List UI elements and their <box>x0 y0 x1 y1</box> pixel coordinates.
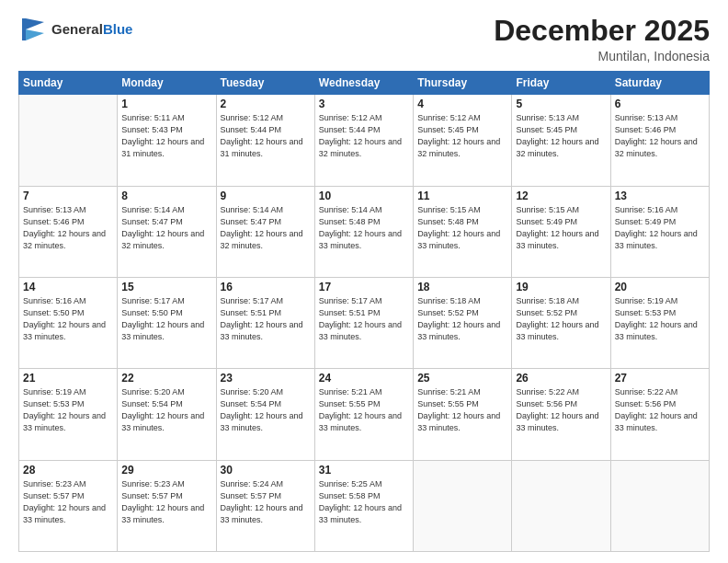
day-number: 12 <box>516 190 606 202</box>
day-number: 7 <box>23 190 113 202</box>
logo-text: GeneralBlue <box>51 21 132 38</box>
day-info: Sunrise: 5:17 AM Sunset: 5:50 PM Dayligh… <box>121 295 211 343</box>
logo: GeneralBlue <box>18 15 132 44</box>
day-info: Sunrise: 5:16 AM Sunset: 5:49 PM Dayligh… <box>615 204 705 252</box>
col-friday: Friday <box>512 72 610 95</box>
day-number: 10 <box>319 190 409 202</box>
calendar-cell: 16Sunrise: 5:17 AM Sunset: 5:51 PM Dayli… <box>216 277 314 368</box>
calendar-week-5: 28Sunrise: 5:23 AM Sunset: 5:57 PM Dayli… <box>19 460 710 551</box>
calendar-week-3: 14Sunrise: 5:16 AM Sunset: 5:50 PM Dayli… <box>19 277 710 368</box>
day-number: 17 <box>319 281 409 293</box>
calendar-cell: 1Sunrise: 5:11 AM Sunset: 5:43 PM Daylig… <box>118 95 216 186</box>
day-info: Sunrise: 5:18 AM Sunset: 5:52 PM Dayligh… <box>516 295 606 343</box>
calendar-cell: 29Sunrise: 5:23 AM Sunset: 5:57 PM Dayli… <box>118 460 216 551</box>
day-number: 24 <box>319 372 409 385</box>
calendar-cell: 27Sunrise: 5:22 AM Sunset: 5:56 PM Dayli… <box>610 369 709 460</box>
day-info: Sunrise: 5:12 AM Sunset: 5:44 PM Dayligh… <box>319 112 409 160</box>
calendar-cell <box>414 460 512 551</box>
calendar-cell: 17Sunrise: 5:17 AM Sunset: 5:51 PM Dayli… <box>314 277 413 368</box>
calendar-subtitle: Muntilan, Indonesia <box>494 49 710 63</box>
day-info: Sunrise: 5:21 AM Sunset: 5:55 PM Dayligh… <box>319 386 409 434</box>
calendar-cell: 11Sunrise: 5:15 AM Sunset: 5:48 PM Dayli… <box>414 186 512 277</box>
calendar-cell: 15Sunrise: 5:17 AM Sunset: 5:50 PM Dayli… <box>118 277 216 368</box>
day-number: 31 <box>319 464 409 477</box>
calendar-cell: 23Sunrise: 5:20 AM Sunset: 5:54 PM Dayli… <box>216 369 314 460</box>
calendar-cell <box>512 460 610 551</box>
calendar-cell: 30Sunrise: 5:24 AM Sunset: 5:57 PM Dayli… <box>216 460 314 551</box>
day-info: Sunrise: 5:24 AM Sunset: 5:57 PM Dayligh… <box>221 478 311 526</box>
day-number: 16 <box>221 281 311 293</box>
day-number: 3 <box>319 98 409 110</box>
calendar-cell: 28Sunrise: 5:23 AM Sunset: 5:57 PM Dayli… <box>19 460 118 551</box>
day-info: Sunrise: 5:12 AM Sunset: 5:44 PM Dayligh… <box>221 112 311 160</box>
svg-marker-2 <box>26 18 44 29</box>
calendar-cell: 5Sunrise: 5:13 AM Sunset: 5:45 PM Daylig… <box>512 95 610 186</box>
day-number: 30 <box>221 464 311 477</box>
col-wednesday: Wednesday <box>314 72 413 95</box>
calendar-cell: 6Sunrise: 5:13 AM Sunset: 5:46 PM Daylig… <box>610 95 709 186</box>
day-info: Sunrise: 5:12 AM Sunset: 5:45 PM Dayligh… <box>417 112 507 160</box>
day-info: Sunrise: 5:13 AM Sunset: 5:46 PM Dayligh… <box>615 112 705 160</box>
calendar-week-2: 7Sunrise: 5:13 AM Sunset: 5:46 PM Daylig… <box>19 186 710 277</box>
day-number: 28 <box>23 464 113 477</box>
day-info: Sunrise: 5:22 AM Sunset: 5:56 PM Dayligh… <box>615 386 705 434</box>
day-number: 27 <box>615 372 705 385</box>
day-info: Sunrise: 5:18 AM Sunset: 5:52 PM Dayligh… <box>417 295 507 343</box>
day-info: Sunrise: 5:20 AM Sunset: 5:54 PM Dayligh… <box>221 386 311 434</box>
day-number: 19 <box>516 281 606 293</box>
day-number: 23 <box>221 372 311 385</box>
day-info: Sunrise: 5:21 AM Sunset: 5:55 PM Dayligh… <box>417 386 507 434</box>
col-thursday: Thursday <box>414 72 512 95</box>
day-info: Sunrise: 5:22 AM Sunset: 5:56 PM Dayligh… <box>516 386 606 434</box>
day-number: 9 <box>221 190 311 202</box>
logo-icon <box>18 15 48 44</box>
calendar-cell: 8Sunrise: 5:14 AM Sunset: 5:47 PM Daylig… <box>118 186 216 277</box>
day-number: 21 <box>23 372 113 385</box>
day-number: 8 <box>121 190 211 202</box>
day-number: 29 <box>121 464 211 477</box>
calendar-cell <box>610 460 709 551</box>
day-info: Sunrise: 5:16 AM Sunset: 5:50 PM Dayligh… <box>23 295 113 343</box>
day-number: 6 <box>615 98 705 110</box>
title-block: December 2025 Muntilan, Indonesia <box>494 15 710 63</box>
calendar-cell: 2Sunrise: 5:12 AM Sunset: 5:44 PM Daylig… <box>216 95 314 186</box>
calendar-header-row: Sunday Monday Tuesday Wednesday Thursday… <box>19 72 710 95</box>
logo-blue: Blue <box>103 21 133 37</box>
col-sunday: Sunday <box>19 72 118 95</box>
day-number: 26 <box>516 372 606 385</box>
day-info: Sunrise: 5:25 AM Sunset: 5:58 PM Dayligh… <box>319 478 409 526</box>
day-number: 20 <box>615 281 705 293</box>
day-info: Sunrise: 5:13 AM Sunset: 5:45 PM Dayligh… <box>516 112 606 160</box>
day-number: 13 <box>615 190 705 202</box>
day-number: 5 <box>516 98 606 110</box>
col-tuesday: Tuesday <box>216 72 314 95</box>
calendar-table: Sunday Monday Tuesday Wednesday Thursday… <box>18 71 710 552</box>
day-number: 15 <box>121 281 211 293</box>
calendar-cell: 18Sunrise: 5:18 AM Sunset: 5:52 PM Dayli… <box>414 277 512 368</box>
day-info: Sunrise: 5:23 AM Sunset: 5:57 PM Dayligh… <box>23 478 113 526</box>
calendar-cell: 7Sunrise: 5:13 AM Sunset: 5:46 PM Daylig… <box>19 186 118 277</box>
calendar-cell: 20Sunrise: 5:19 AM Sunset: 5:53 PM Dayli… <box>610 277 709 368</box>
page: GeneralBlue December 2025 Muntilan, Indo… <box>0 0 728 563</box>
calendar-cell: 25Sunrise: 5:21 AM Sunset: 5:55 PM Dayli… <box>414 369 512 460</box>
day-info: Sunrise: 5:14 AM Sunset: 5:48 PM Dayligh… <box>319 204 409 252</box>
day-info: Sunrise: 5:15 AM Sunset: 5:48 PM Dayligh… <box>417 204 507 252</box>
calendar-cell: 21Sunrise: 5:19 AM Sunset: 5:53 PM Dayli… <box>19 369 118 460</box>
calendar-cell: 13Sunrise: 5:16 AM Sunset: 5:49 PM Dayli… <box>610 186 709 277</box>
day-info: Sunrise: 5:17 AM Sunset: 5:51 PM Dayligh… <box>221 295 311 343</box>
calendar-cell: 9Sunrise: 5:14 AM Sunset: 5:47 PM Daylig… <box>216 186 314 277</box>
day-info: Sunrise: 5:15 AM Sunset: 5:49 PM Dayligh… <box>516 204 606 252</box>
calendar-cell <box>19 95 118 186</box>
calendar-cell: 12Sunrise: 5:15 AM Sunset: 5:49 PM Dayli… <box>512 186 610 277</box>
day-number: 11 <box>417 190 507 202</box>
day-number: 1 <box>121 98 211 110</box>
logo-general: General <box>51 21 103 37</box>
day-info: Sunrise: 5:20 AM Sunset: 5:54 PM Dayligh… <box>121 386 211 434</box>
day-info: Sunrise: 5:19 AM Sunset: 5:53 PM Dayligh… <box>615 295 705 343</box>
calendar-title: December 2025 <box>494 15 710 47</box>
calendar-cell: 4Sunrise: 5:12 AM Sunset: 5:45 PM Daylig… <box>414 95 512 186</box>
day-info: Sunrise: 5:23 AM Sunset: 5:57 PM Dayligh… <box>121 478 211 526</box>
calendar-week-1: 1Sunrise: 5:11 AM Sunset: 5:43 PM Daylig… <box>19 95 710 186</box>
day-number: 2 <box>221 98 311 110</box>
svg-marker-3 <box>26 29 44 40</box>
